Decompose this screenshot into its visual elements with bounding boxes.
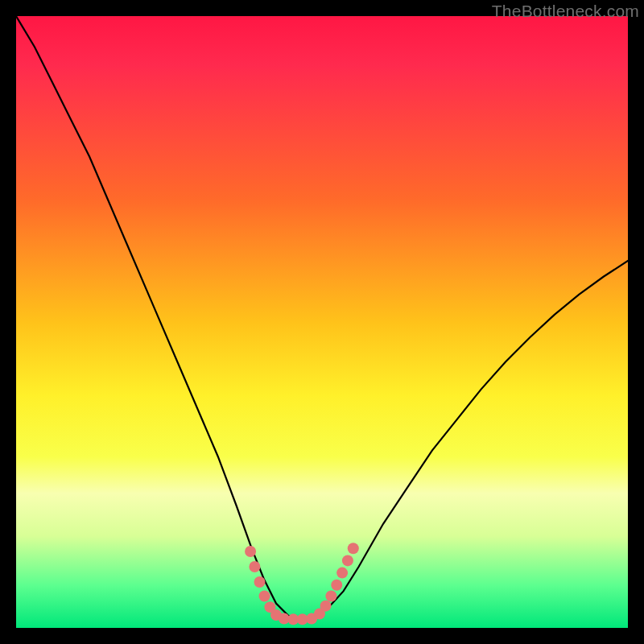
svg-point-2 <box>254 576 265 588</box>
svg-point-16 <box>348 543 359 554</box>
svg-point-1 <box>249 561 260 572</box>
bottleneck-chart <box>16 16 628 628</box>
gradient-background <box>16 16 628 628</box>
svg-point-0 <box>245 546 256 557</box>
svg-point-12 <box>325 590 336 601</box>
chart-frame <box>16 16 628 628</box>
svg-point-13 <box>331 580 342 591</box>
svg-point-15 <box>342 555 353 566</box>
svg-point-3 <box>259 590 270 601</box>
svg-point-11 <box>320 601 332 612</box>
svg-point-14 <box>336 568 348 579</box>
